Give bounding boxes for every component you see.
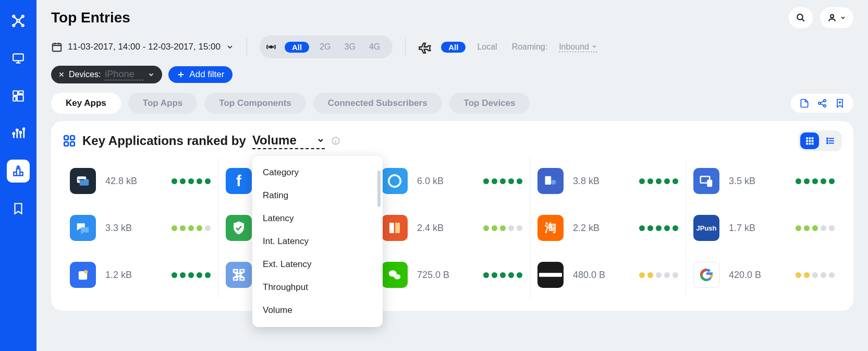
- device-filter-chip[interactable]: ✕ Devices: iPhone: [51, 66, 162, 83]
- plane-icon: [418, 40, 433, 54]
- svg-point-11: [16, 129, 18, 131]
- export-button[interactable]: [799, 98, 810, 108]
- share-button[interactable]: [817, 98, 827, 108]
- nav-logo[interactable]: [7, 9, 30, 32]
- svg-rect-5: [13, 54, 23, 60]
- app-cell[interactable]: 1.2 kB: [63, 251, 218, 298]
- date-range-picker[interactable]: 11-03-2017, 14:00 - 12-03-2017, 15:00: [51, 41, 234, 53]
- rating-dots: [796, 272, 835, 278]
- chevron-down-icon: [148, 71, 155, 78]
- app-value: 480.0 B: [573, 270, 612, 281]
- topbar: Top Entries: [51, 0, 853, 33]
- app-cell[interactable]: 3.5 kB: [686, 158, 842, 204]
- app-cell[interactable]: 2.4 kB: [374, 204, 530, 251]
- rank-option-rating[interactable]: Rating: [252, 184, 383, 207]
- search-button[interactable]: [789, 7, 813, 28]
- roaming-value-select[interactable]: Inbound: [559, 42, 597, 52]
- svg-point-35: [827, 138, 828, 139]
- svg-rect-22: [70, 136, 75, 140]
- nav-dashboard[interactable]: [7, 84, 30, 107]
- nav-entries[interactable]: [7, 160, 30, 183]
- svg-point-0: [17, 20, 20, 22]
- rank-option-ext-latency[interactable]: Ext. Latency: [252, 253, 383, 276]
- app-cell[interactable]: 3.3 kB: [63, 204, 218, 251]
- roaming-local[interactable]: Local: [474, 41, 500, 53]
- add-filter-button[interactable]: Add filter: [168, 66, 233, 83]
- app-cell[interactable]: 3.8 kB: [530, 158, 686, 204]
- app-cell[interactable]: 725.0 B: [374, 251, 530, 298]
- tab-key-apps[interactable]: Key Apps: [51, 93, 121, 114]
- roaming-all-tag[interactable]: All: [441, 42, 466, 53]
- rank-option-int-latency[interactable]: Int. Latency: [252, 230, 383, 253]
- svg-rect-27: [809, 137, 811, 139]
- sync-icon: [693, 168, 719, 194]
- rank-option-category[interactable]: Category: [252, 161, 383, 184]
- rank-option-throughput[interactable]: Throughput: [252, 276, 383, 299]
- rank-by-select[interactable]: Volume: [252, 133, 325, 149]
- svg-rect-32: [806, 143, 808, 145]
- shield-icon: [226, 215, 252, 241]
- dns-icon: [537, 168, 564, 194]
- app-cell[interactable]: 42.8 kB: [63, 158, 218, 204]
- app-cell[interactable]: 480.0 B: [530, 251, 686, 298]
- svg-rect-29: [806, 140, 808, 142]
- app-value: 3.8 kB: [573, 176, 612, 187]
- signal-icon: [265, 41, 277, 53]
- list-view-button[interactable]: [821, 132, 840, 149]
- svg-point-58: [394, 274, 401, 280]
- app-value: 1.7 kB: [729, 223, 767, 234]
- app-cell[interactable]: 420.0 B: [686, 251, 842, 298]
- network-opt-4g[interactable]: 4G: [366, 41, 383, 53]
- app-cell[interactable]: JPush1.7 kB: [686, 204, 842, 251]
- nav-monitor[interactable]: [7, 47, 30, 70]
- rank-option-latency[interactable]: Latency: [252, 207, 383, 230]
- svg-rect-8: [13, 96, 16, 101]
- nav-bookmarks[interactable]: [7, 197, 30, 220]
- svg-rect-26: [806, 137, 808, 139]
- svg-point-17: [270, 46, 272, 48]
- rating-dots: [483, 272, 522, 278]
- network-opt-2g[interactable]: 2G: [316, 41, 334, 53]
- bookmark-button[interactable]: [835, 98, 845, 108]
- date-range-text: 11-03-2017, 14:00 - 12-03-2017, 15:00: [68, 42, 221, 52]
- remove-chip-icon[interactable]: ✕: [58, 70, 65, 79]
- svg-rect-16: [53, 44, 62, 52]
- chip-label: Devices:: [69, 70, 101, 79]
- calendar-icon: [51, 41, 63, 53]
- divider: [247, 38, 247, 56]
- nav-analytics[interactable]: [7, 122, 30, 145]
- tab-top-devices[interactable]: Top Devices: [449, 93, 530, 114]
- grid-icon: [63, 134, 76, 148]
- app-cell[interactable]: 淘2.2 kB: [530, 204, 686, 251]
- rating-dots: [796, 178, 835, 184]
- svg-rect-24: [70, 142, 75, 146]
- network-all-tag[interactable]: All: [285, 42, 309, 53]
- active-filter-chips: ✕ Devices: iPhone Add filter: [51, 64, 853, 90]
- grid-view-button[interactable]: [800, 132, 819, 149]
- app-value: 1.2 kB: [105, 270, 144, 281]
- svg-rect-7: [19, 91, 23, 93]
- rating-dots: [796, 225, 835, 231]
- rating-dots: [639, 178, 678, 184]
- app-value: 3.3 kB: [105, 223, 144, 234]
- network-opt-3g[interactable]: 3G: [341, 41, 359, 53]
- card-title: Key Applications ranked by: [82, 134, 246, 148]
- app-cell[interactable]: 6.0 kB: [374, 158, 530, 204]
- app-value: 3.5 kB: [729, 176, 767, 187]
- apps-grid: 42.8 kBf6.0 kB3.8 kB3.5 kB3.3 kB2.4 kB淘2…: [63, 158, 842, 298]
- tab-connected-subscribers[interactable]: Connected Subscribers: [313, 93, 442, 114]
- svg-point-42: [82, 179, 84, 180]
- page-title: Top Entries: [51, 9, 130, 26]
- svg-rect-23: [64, 142, 68, 146]
- chip-value: iPhone: [105, 69, 143, 80]
- info-icon[interactable]: [331, 136, 340, 146]
- device-icon: [537, 262, 564, 288]
- svg-rect-44: [545, 176, 552, 185]
- scrollbar-thumb[interactable]: [377, 171, 381, 207]
- svg-rect-9: [17, 95, 23, 101]
- chat-icon: [70, 215, 96, 241]
- rank-option-volume[interactable]: Volume: [252, 299, 383, 322]
- tab-top-components[interactable]: Top Components: [204, 93, 306, 114]
- tab-top-apps[interactable]: Top Apps: [128, 93, 197, 114]
- user-menu-button[interactable]: [820, 7, 853, 28]
